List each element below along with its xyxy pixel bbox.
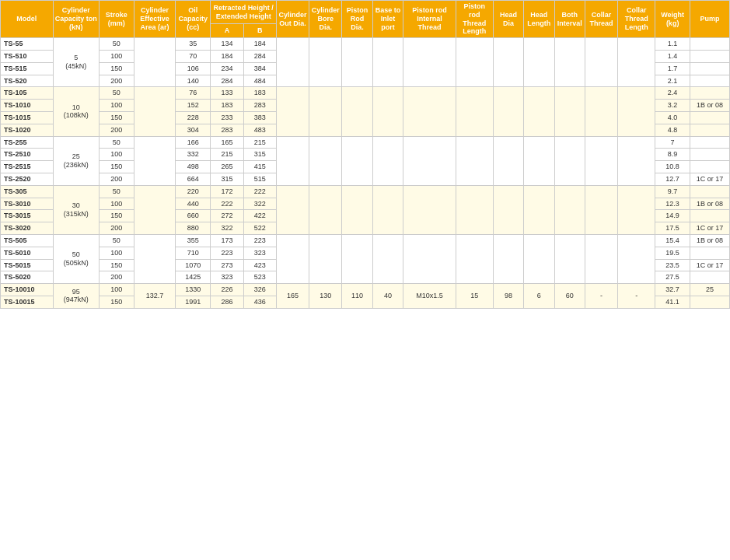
cell-stroke: 200: [99, 222, 134, 235]
cell-e: [342, 234, 372, 283]
cell-b: 483: [243, 124, 276, 136]
cell-stroke: 150: [99, 62, 134, 75]
cell-a: 284: [211, 75, 243, 87]
cell-n-collar-thread-length: -: [618, 284, 655, 309]
table-row: TS-25525(236kN)501661652157: [1, 136, 730, 149]
cell-b: 415: [243, 161, 276, 173]
cell-l-both-interval: [554, 136, 585, 185]
cell-b: 422: [243, 210, 276, 222]
cell-weight: 12.3: [655, 198, 690, 210]
table-row: TS-10510(108kN)50761331832.4: [1, 87, 730, 100]
cell-c: [276, 87, 309, 136]
cell-d: [309, 38, 342, 87]
cell-stroke: 150: [99, 210, 134, 222]
header-piston-rod-thread-length: Piston rod Thread Length: [456, 1, 493, 38]
table-row: TS-50550(505kN)5035517322315.41B or 08: [1, 234, 730, 247]
cell-stroke: 50: [99, 38, 134, 51]
header-effective-area: Cylinder Effective Area (ar): [134, 1, 176, 38]
cell-stroke: 50: [99, 87, 134, 100]
cell-b: 326: [243, 284, 276, 296]
header-height-group: Retracted Height / Extended Height: [211, 1, 277, 24]
cell-weight: 1.1: [655, 38, 690, 51]
cell-oil: 166: [176, 136, 211, 149]
cell-weight: 41.1: [655, 296, 690, 308]
header-model: Model: [1, 1, 54, 38]
cell-l-both-interval: 60: [554, 284, 585, 309]
cell-k-head-length: [524, 234, 554, 283]
cell-k-head-length: [524, 136, 554, 185]
cell-f: [372, 185, 403, 234]
cell-weight: 15.4: [655, 234, 690, 247]
cell-model: TS-305: [1, 185, 54, 198]
cell-b: 283: [243, 100, 276, 112]
cell-capacity: 95(947kN): [53, 284, 99, 309]
cell-stroke: 50: [99, 185, 134, 198]
cell-oil: 152: [176, 100, 211, 112]
cell-b: 523: [243, 271, 276, 284]
cell-a: 322: [211, 222, 243, 235]
cell-model: TS-1020: [1, 124, 54, 136]
cell-a: 172: [211, 185, 243, 198]
cell-n-collar-thread-length: [618, 38, 655, 87]
cell-eff-area: [134, 234, 176, 283]
cell-b: 423: [243, 259, 276, 271]
cell-pump: [690, 185, 730, 198]
cell-h-thread-length: [456, 234, 493, 283]
cell-b: 215: [243, 136, 276, 149]
header-sub-a: A: [211, 24, 243, 38]
cell-eff-area: 132.7: [134, 284, 176, 309]
cell-n-collar-thread-length: [618, 136, 655, 185]
cell-pump: 25: [690, 284, 730, 296]
cell-oil: 35: [176, 38, 211, 51]
cell-a: 233: [211, 111, 243, 124]
cell-e: [342, 38, 372, 87]
cell-m-collar-thread: [585, 234, 617, 283]
cell-j-head-dia: [493, 185, 523, 234]
cell-oil: 880: [176, 222, 211, 235]
cell-model: TS-3015: [1, 210, 54, 222]
header-piston-rod-dia: Piston Rod Dia.: [342, 1, 372, 38]
cell-eff-area: [134, 185, 176, 234]
extended-height-label: Extended Height: [216, 12, 271, 20]
header-collar-thread: Collar Thread: [585, 1, 617, 38]
cell-b: 322: [243, 198, 276, 210]
cell-h-thread-length: 15: [456, 284, 493, 309]
cell-g-thread: [403, 87, 456, 136]
cell-weight: 10.8: [655, 161, 690, 173]
cell-stroke: 150: [99, 296, 134, 308]
cell-h-thread-length: [456, 38, 493, 87]
cell-pump: [690, 271, 730, 284]
cell-eff-area: [134, 87, 176, 136]
cell-weight: 17.5: [655, 222, 690, 235]
cell-oil: 76: [176, 87, 211, 100]
cell-n-collar-thread-length: [618, 234, 655, 283]
table-row: TS-1001095(947kN)100132.7133022632616513…: [1, 284, 730, 296]
cell-oil: 1070: [176, 259, 211, 271]
cell-model: TS-55: [1, 38, 54, 51]
cell-g-thread: [403, 136, 456, 185]
cell-a: 222: [211, 198, 243, 210]
cell-oil: 220: [176, 185, 211, 198]
table-body: TS-555(45kN)50351341841.1TS-510100701842…: [1, 38, 730, 309]
cell-a: 183: [211, 100, 243, 112]
cell-g-thread: [403, 185, 456, 234]
cell-b: 223: [243, 234, 276, 247]
cell-oil: 228: [176, 111, 211, 124]
cell-a: 134: [211, 38, 243, 51]
cell-eff-area: [134, 136, 176, 185]
cell-d: [309, 136, 342, 185]
cell-l-both-interval: [554, 185, 585, 234]
cell-j-head-dia: [493, 136, 523, 185]
cell-stroke: 200: [99, 75, 134, 87]
cell-weight: 8.9: [655, 149, 690, 161]
cell-d: [309, 87, 342, 136]
cell-l-both-interval: [554, 234, 585, 283]
cell-a: 286: [211, 296, 243, 308]
cell-pump: [690, 75, 730, 87]
cell-b: 436: [243, 296, 276, 308]
cell-pump: [690, 136, 730, 149]
cell-weight: 1.7: [655, 62, 690, 75]
cell-k-head-length: 6: [524, 284, 554, 309]
cell-stroke: 150: [99, 259, 134, 271]
cell-weight: 9.7: [655, 185, 690, 198]
